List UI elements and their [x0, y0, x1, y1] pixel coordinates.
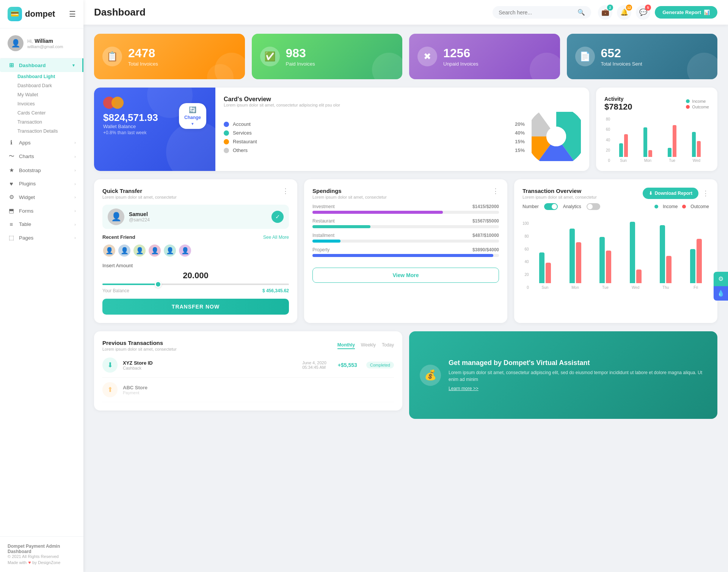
bar-group-wed: Wed: [686, 132, 708, 163]
to-label-wed: Wed: [632, 285, 639, 290]
friend-avatar-3[interactable]: 👤: [133, 244, 146, 257]
tab-monthly[interactable]: Monthly: [337, 342, 355, 349]
mc-circle-orange: [111, 97, 124, 109]
va-learn-more-link[interactable]: Learn more >>: [449, 386, 707, 391]
va-content: Get managed by Dompet's Virtual Assistan…: [449, 359, 707, 391]
bell-icon-btn[interactable]: 🔔 12: [617, 5, 631, 20]
dots-menu-icon[interactable]: ⋮: [282, 188, 289, 194]
income-label: Income: [692, 99, 706, 103]
tx-item-xyz: ⬇ XYZ Store ID Cashback June 4, 2020 05:…: [102, 353, 394, 378]
stat-icon-paid: ✅: [260, 47, 280, 66]
stat-info-total: 2478 Total Invoices: [128, 46, 158, 67]
chevron-right-icon: ›: [74, 140, 76, 145]
subnav-transaction-details[interactable]: Transaction Details: [14, 127, 83, 136]
friend-avatar-5[interactable]: 👤: [163, 244, 177, 257]
prev-tx-title-group: Previous Transactions Lorem ipsum dolor …: [102, 340, 177, 351]
co-name-others: Others: [233, 147, 511, 153]
activity-title-group: Activity $78120: [604, 96, 632, 112]
nav-item-apps[interactable]: ℹ Apps ›: [0, 136, 83, 149]
transfer-now-button[interactable]: TRANSFER NOW: [102, 299, 289, 315]
friend-avatar-4[interactable]: 👤: [148, 244, 162, 257]
stat-card-sent: 📄 652 Total Invoices Sent: [567, 34, 718, 79]
spending-item-restaurant: Restaurant $1567/$5000: [312, 218, 499, 228]
tab-today[interactable]: Today: [382, 342, 394, 349]
spending-item-installment: Installment $487/$10000: [312, 233, 499, 243]
download-label: Download Report: [655, 191, 692, 196]
forms-icon: ⬒: [8, 207, 15, 214]
subnav-dashboard-dark[interactable]: Dashboard Dark: [14, 81, 83, 90]
outcome-bar-wed: [697, 141, 701, 157]
search-input[interactable]: [499, 9, 574, 16]
spendings-dots-icon[interactable]: ⋮: [492, 188, 499, 194]
nav-item-bootstrap[interactable]: ★ Bootstrap ›: [0, 163, 83, 177]
subnav-cards-center[interactable]: Cards Center: [14, 108, 83, 118]
to-dots-icon[interactable]: ⋮: [702, 190, 709, 197]
co-pct-account: 20%: [515, 121, 525, 127]
nav-item-charts[interactable]: 〜 Charts ›: [0, 149, 83, 163]
co-pct-restaurant: 15%: [515, 139, 525, 144]
nav-item-table[interactable]: ≡ Table ›: [0, 218, 83, 231]
income-dot-to: [654, 205, 658, 208]
subnav-my-wallet[interactable]: My Wallet: [14, 90, 83, 99]
subnav-transaction[interactable]: Transaction: [14, 118, 83, 127]
wallet-icon-btn[interactable]: 💼 2: [598, 5, 612, 20]
stat-icon-sent: 📄: [575, 47, 595, 66]
nav-item-dashboard[interactable]: ⊞ Dashboard ▾: [0, 58, 83, 72]
bottom-row: Quick Transfer Lorem ipsum dolor sit ame…: [94, 179, 717, 323]
view-more-button[interactable]: View More: [312, 268, 499, 283]
pages-icon: ⬚: [8, 234, 15, 241]
nav-label-plugins: Plugins: [19, 181, 36, 186]
tab-weekly[interactable]: Weekly: [361, 342, 376, 349]
subnav-dashboard-light[interactable]: Dashboard Light: [14, 72, 83, 81]
income-bar-wed: [692, 132, 696, 157]
friend-avatar-6[interactable]: 👤: [178, 244, 192, 257]
stat-label-sent: Total Invoices Sent: [601, 61, 642, 67]
prev-tx-desc: Lorem ipsum dolor sit amet, consectetur: [102, 347, 177, 351]
chat-icon-btn[interactable]: 💬 5: [636, 5, 650, 20]
insert-label: Insert Amount: [102, 263, 289, 268]
amount-slider[interactable]: [102, 284, 289, 285]
number-toggle[interactable]: [544, 203, 558, 210]
balance-row: Your Balance $ 456,345.62: [102, 288, 289, 293]
cards-overview-title: Card's Overview: [224, 96, 581, 103]
co-item-services: Services 40%: [224, 129, 525, 137]
subnav-invoices[interactable]: Invoices: [14, 99, 83, 108]
water-float-button[interactable]: 💧: [714, 286, 728, 301]
settings-float-button[interactable]: ⚙: [714, 272, 728, 286]
bar-pair-tue: [668, 125, 676, 157]
tx-status-xyz: Completed: [366, 362, 394, 368]
generate-report-button[interactable]: Generate Report 📊: [655, 6, 717, 19]
nav-item-widget[interactable]: ⚙ Widget ›: [0, 190, 83, 204]
wallet-badge: 2: [607, 5, 613, 11]
cards-overview-desc: Lorem ipsum dolor sit amet, consectetur …: [224, 103, 581, 107]
download-report-button[interactable]: ⬇ Download Report: [643, 188, 698, 199]
chevron-right-icon8: ›: [74, 235, 76, 240]
spending-name-restaurant: Restaurant: [312, 218, 335, 224]
bar-group-mon: Mon: [637, 127, 659, 163]
to-bar-group-sun: Sun: [532, 252, 559, 290]
slider-thumb[interactable]: [155, 281, 162, 288]
analytics-toggle[interactable]: [587, 203, 600, 210]
wallet-label: Wallet Balance: [103, 124, 179, 129]
tab-row: Monthly Weekly Today: [337, 342, 394, 349]
va-icon: 💰: [420, 365, 441, 386]
droplet-icon: 💧: [717, 290, 725, 297]
user-email: william@gmail.com: [27, 44, 63, 49]
spendings-desc: Lorem ipsum dolor sit amet, consectetur: [312, 195, 387, 199]
recent-friend-row: Recent Friend See All More: [102, 234, 289, 240]
friend-avatar-2[interactable]: 👤: [118, 244, 131, 257]
friend-avatar-1[interactable]: 👤: [102, 244, 116, 257]
nav-item-forms[interactable]: ⬒ Forms ›: [0, 204, 83, 218]
hamburger-icon[interactable]: ☰: [69, 9, 76, 19]
nav-label-pages: Pages: [19, 235, 33, 241]
activity-title: Activity: [604, 96, 632, 102]
to-title-group: Transaction Overview Lorem ipsum dolor s…: [522, 188, 597, 199]
nav-item-plugins[interactable]: ♥ Plugins ›: [0, 177, 83, 190]
co-dot-restaurant: [224, 139, 229, 144]
nav-item-pages[interactable]: ⬚ Pages ›: [0, 231, 83, 244]
bootstrap-icon: ★: [8, 167, 15, 174]
co-item-account: Account 20%: [224, 120, 525, 129]
to-bar-group-fri: Fri: [682, 239, 709, 290]
see-all-link[interactable]: See All More: [263, 235, 289, 240]
to-outcome-label: Outcome: [690, 204, 709, 209]
